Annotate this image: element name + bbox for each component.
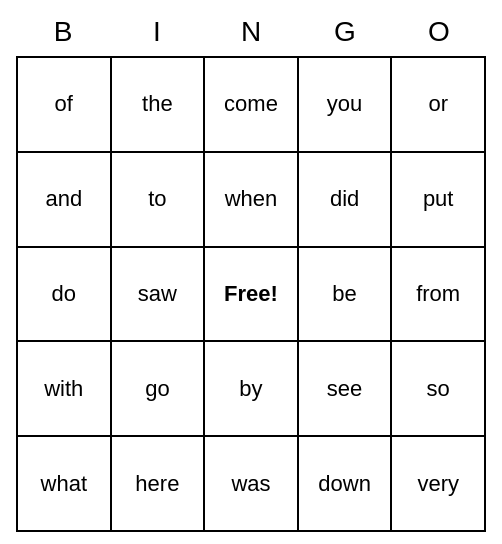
bingo-cell-4-3: down [299,437,393,530]
bingo-cell-2-1: saw [112,248,206,341]
bingo-cell-2-3: be [299,248,393,341]
header-letter-i: I [110,12,204,52]
bingo-cell-4-4: very [392,437,484,530]
bingo-cell-3-2: by [205,342,299,435]
bingo-cell-4-1: here [112,437,206,530]
bingo-cell-3-0: with [18,342,112,435]
header-letter-n: N [204,12,298,52]
bingo-row-4: whatherewasdownvery [18,437,484,530]
bingo-cell-3-3: see [299,342,393,435]
bingo-cell-4-0: what [18,437,112,530]
bingo-cell-1-1: to [112,153,206,246]
bingo-cell-1-2: when [205,153,299,246]
header-letter-o: O [392,12,486,52]
bingo-card: BINGO ofthecomeyouorandtowhendidputdosaw… [16,12,486,532]
bingo-cell-2-2: Free! [205,248,299,341]
bingo-header: BINGO [16,12,486,52]
bingo-cell-1-3: did [299,153,393,246]
bingo-row-1: andtowhendidput [18,153,484,248]
bingo-cell-0-4: or [392,58,484,151]
bingo-cell-0-3: you [299,58,393,151]
bingo-cell-1-4: put [392,153,484,246]
bingo-row-2: dosawFree!befrom [18,248,484,343]
bingo-row-3: withgobyseeso [18,342,484,437]
header-letter-b: B [16,12,110,52]
bingo-cell-2-0: do [18,248,112,341]
bingo-cell-2-4: from [392,248,484,341]
bingo-cell-0-1: the [112,58,206,151]
bingo-cell-3-4: so [392,342,484,435]
bingo-cell-1-0: and [18,153,112,246]
bingo-cell-3-1: go [112,342,206,435]
bingo-row-0: ofthecomeyouor [18,58,484,153]
bingo-cell-4-2: was [205,437,299,530]
bingo-grid: ofthecomeyouorandtowhendidputdosawFree!b… [16,56,486,532]
bingo-cell-0-2: come [205,58,299,151]
bingo-cell-0-0: of [18,58,112,151]
header-letter-g: G [298,12,392,52]
